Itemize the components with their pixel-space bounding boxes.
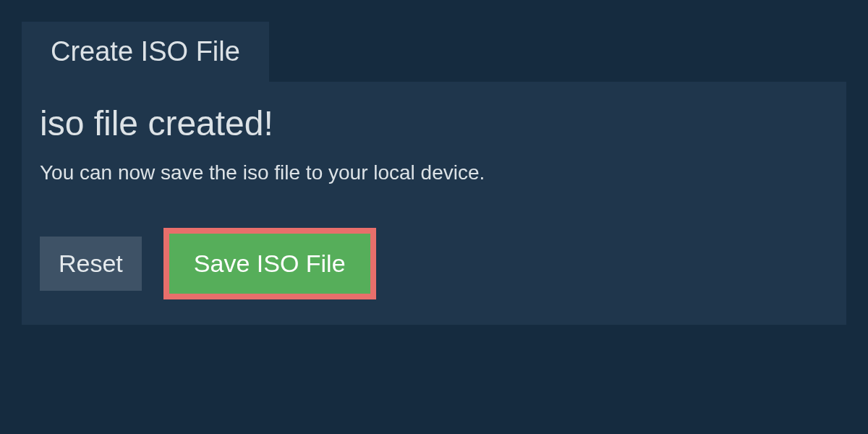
status-description: You can now save the iso file to your lo… <box>40 161 828 184</box>
status-heading: iso file created! <box>40 103 828 143</box>
save-iso-button[interactable]: Save ISO File <box>169 234 370 294</box>
button-row: Reset Save ISO File <box>40 228 828 299</box>
reset-button[interactable]: Reset <box>40 237 142 291</box>
tab-create-iso[interactable]: Create ISO File <box>22 22 269 82</box>
save-button-highlight: Save ISO File <box>163 228 376 299</box>
main-panel: iso file created! You can now save the i… <box>22 82 846 325</box>
